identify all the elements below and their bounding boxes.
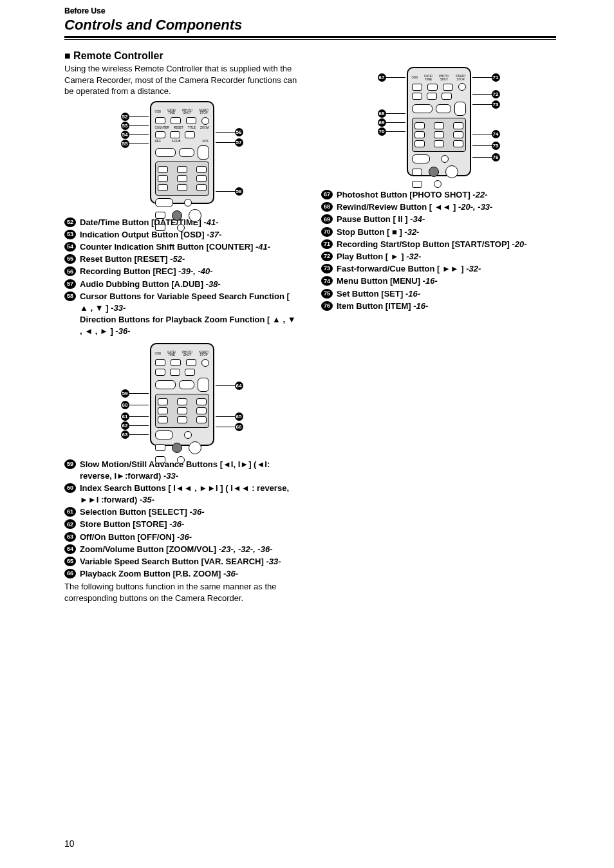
callout-num: 73 bbox=[492, 100, 500, 109]
callout-num: 55 bbox=[121, 140, 129, 148]
list-item: 76Item Button [ITEM] -16- bbox=[321, 300, 556, 312]
callout-num: 74 bbox=[492, 130, 500, 138]
item-body: Photoshot Button [PHOTO SHOT] -22- bbox=[337, 189, 556, 201]
item-label: Fast-forward/Cue Button [ ►► ] bbox=[337, 264, 466, 273]
item-number-badge: 72 bbox=[321, 252, 333, 261]
item-body: Pause Button [ II ] -34- bbox=[337, 214, 556, 225]
list-item: 68Rewind/Review Button [ ◄◄ ] -20-, -33- bbox=[321, 201, 556, 213]
callout-num: 65 bbox=[235, 412, 243, 421]
item-page-ref: -36- bbox=[189, 507, 204, 517]
list-item: 67Photoshot Button [PHOTO SHOT] -22- bbox=[321, 189, 556, 201]
remote-figure-3: OSDDATE/TIMEPHOTOSHOTSTART/STOP bbox=[321, 67, 556, 183]
item-body: Index Search Buttons [ I◄◄ , ►►I ] ( I◄◄… bbox=[80, 483, 299, 506]
callout-num: 68 bbox=[378, 109, 386, 118]
intro-text: Using the wireless Remote Controller tha… bbox=[64, 63, 299, 97]
callout-num: 66 bbox=[235, 423, 243, 431]
item-label: Set Button [SET] bbox=[337, 289, 405, 299]
item-page-ref: -32- bbox=[466, 264, 481, 273]
item-body: Rewind/Review Button [ ◄◄ ] -20-, -33- bbox=[337, 201, 556, 213]
item-number-badge: 58 bbox=[64, 291, 76, 301]
item-number-badge: 70 bbox=[321, 227, 333, 237]
item-label: Counter Indication Shift Button [COUNTER… bbox=[80, 242, 256, 252]
item-page-ref: -52- bbox=[170, 254, 185, 264]
item-body: Variable Speed Search Button [VAR. SEARC… bbox=[80, 556, 299, 568]
item-label: Stop Button [ ■ ] bbox=[337, 227, 404, 237]
callout-num: 61 bbox=[121, 412, 129, 421]
item-page-ref: -22- bbox=[472, 190, 487, 199]
item-label: Off/On Button [OFF/ON] bbox=[80, 532, 177, 542]
item-page-ref: -38- bbox=[206, 279, 221, 289]
item-label: Audio Dubbing Button [A.DUB] bbox=[80, 279, 206, 289]
item-label: Menu Button [MENU] bbox=[337, 276, 423, 286]
callout-num: 57 bbox=[235, 138, 243, 147]
item-label: Photoshot Button [PHOTO SHOT] bbox=[337, 190, 472, 199]
item-page-ref: -35- bbox=[140, 495, 154, 504]
closing-text: The following buttons function in the sa… bbox=[64, 581, 299, 604]
item-number-badge: 62 bbox=[64, 519, 76, 529]
item-list-right: 67Photoshot Button [PHOTO SHOT] -22-68Re… bbox=[321, 189, 556, 312]
callout-num: 56 bbox=[235, 128, 243, 136]
callout-num: 76 bbox=[492, 153, 500, 162]
callout-num: 60 bbox=[121, 401, 129, 409]
item-page-ref: -33- bbox=[111, 303, 126, 313]
callout-num: 54 bbox=[121, 131, 129, 139]
item-body: Playback Zoom Button [P.B. ZOOM] -36- bbox=[80, 568, 299, 580]
item-page-ref: -16- bbox=[413, 301, 428, 311]
list-item: 72Play Button [ ► ] -32- bbox=[321, 251, 556, 263]
item-number-badge: 68 bbox=[321, 202, 333, 212]
item-page-ref: -20- bbox=[512, 239, 527, 249]
item-page-ref: -37- bbox=[207, 230, 221, 239]
item-number-badge: 56 bbox=[64, 266, 76, 276]
item-page-ref: -36- bbox=[169, 519, 184, 529]
item-list-2: 59Slow Motion/Still Advance Buttons [◄I,… bbox=[64, 459, 299, 580]
item-number-badge: 63 bbox=[64, 532, 76, 542]
item-page-ref: -32- bbox=[404, 227, 419, 237]
callout-num: 69 bbox=[378, 118, 386, 127]
item-number-badge: 76 bbox=[321, 301, 333, 311]
section-header: Before Use bbox=[64, 6, 556, 15]
item-number-badge: 61 bbox=[64, 507, 76, 517]
item-label: Zoom/Volume Button [ZOOM/VOL] bbox=[80, 544, 219, 554]
callout-num: 75 bbox=[492, 142, 500, 150]
remote-figure-2: OSDDATE/TIMEPHOTOSHOTSTART/STOP bbox=[64, 343, 299, 452]
item-number-badge: 53 bbox=[64, 230, 76, 239]
list-item: 65Variable Speed Search Button [VAR. SEA… bbox=[64, 556, 299, 568]
item-body: Stop Button [ ■ ] -32- bbox=[337, 226, 556, 238]
list-item: 62Store Button [STORE] -36- bbox=[64, 519, 299, 530]
page-title: Controls and Components bbox=[64, 17, 556, 33]
item-label: Selection Button [SELECT] bbox=[80, 507, 189, 517]
list-item: 60Index Search Buttons [ I◄◄ , ►►I ] ( I… bbox=[64, 483, 299, 506]
list-item: 66Playback Zoom Button [P.B. ZOOM] -36- bbox=[64, 568, 299, 580]
item-body: Counter Indication Shift Button [COUNTER… bbox=[80, 241, 299, 253]
callout-num: 59 bbox=[121, 389, 129, 398]
item-body: Off/On Button [OFF/ON] -36- bbox=[80, 531, 299, 543]
item-body: Reset Button [RESET] -52- bbox=[80, 254, 299, 265]
item-number-badge: 64 bbox=[64, 544, 76, 554]
item-body: Menu Button [MENU] -16- bbox=[337, 275, 556, 287]
callout-num: 64 bbox=[235, 382, 243, 390]
item-number-badge: 52 bbox=[64, 217, 76, 227]
item-body: Fast-forward/Cue Button [ ►► ] -32- bbox=[337, 263, 556, 275]
callout-num: 52 bbox=[121, 113, 129, 121]
list-item: 70Stop Button [ ■ ] -32- bbox=[321, 226, 556, 238]
item-number-badge: 57 bbox=[64, 279, 76, 289]
list-item: 56Recording Button [REC] -39-, -40- bbox=[64, 266, 299, 277]
item-body: Recording Button [REC] -39-, -40- bbox=[80, 266, 299, 277]
callout-num: 71 bbox=[492, 73, 500, 82]
remote-figure-1: OSDDATE/TIMEPHOTOSHOTSTART/STOP COUNTERR… bbox=[64, 101, 299, 210]
list-item: 55Reset Button [RESET] -52- bbox=[64, 254, 299, 265]
item-page-ref: -33- bbox=[163, 471, 178, 481]
item-number-badge: 69 bbox=[321, 214, 333, 224]
callout-num: 53 bbox=[121, 122, 129, 130]
list-item: 61Selection Button [SELECT] -36- bbox=[64, 506, 299, 518]
item-list-1: 52Date/Time Button [DATE/TIME] -41-53Ind… bbox=[64, 217, 299, 338]
callout-num: 70 bbox=[378, 127, 386, 136]
left-column: ■ Remote Controller Using the wireless R… bbox=[64, 48, 299, 612]
item-number-badge: 67 bbox=[321, 190, 333, 199]
callout-num: 58 bbox=[235, 187, 243, 196]
item-label: Rewind/Review Button [ ◄◄ ] bbox=[337, 202, 458, 212]
item-page-ref: -20-, -33- bbox=[458, 202, 492, 212]
item-body: Selection Button [SELECT] -36- bbox=[80, 506, 299, 518]
item-body: Recording Start/Stop Button [START/STOP]… bbox=[337, 239, 556, 250]
item-number-badge: 66 bbox=[64, 569, 76, 578]
